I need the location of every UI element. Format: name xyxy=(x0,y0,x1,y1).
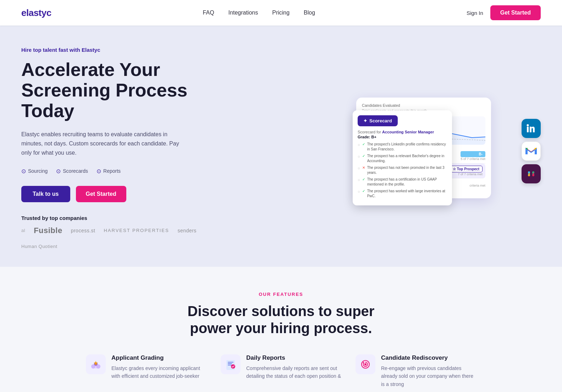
feature-desc-grading: Elastyc grades every incoming applicant … xyxy=(111,364,206,380)
check-mark-1: ✓ xyxy=(362,142,365,147)
svg-rect-18 xyxy=(228,363,232,364)
check-mark-4: ✓ xyxy=(362,177,365,182)
hero-right: Candidates Evaluated Total applicants an… xyxy=(356,98,541,198)
hero-buttons: Talk to us Get Started xyxy=(21,186,209,202)
applicant-grading-icon xyxy=(86,354,106,374)
scorecard-for-label: Scorecard for Accounting Senior Manager xyxy=(358,130,447,134)
nav-links: FAQ Integrations Pricing Blog xyxy=(203,10,315,16)
nav-integrations[interactable]: Integrations xyxy=(228,10,258,16)
feature-card-reports: Daily Reports Comprehensive daily report… xyxy=(221,354,341,388)
hero-title: Accelerate Your Screening Process Today xyxy=(21,59,209,121)
check-circle-icon-3: ⊙ xyxy=(97,168,101,175)
check-circle-icon: ⊙ xyxy=(21,168,26,175)
logo-fusible: Fusible xyxy=(34,226,62,235)
linkedin-icon xyxy=(522,119,541,138)
candidate-rediscovery-icon xyxy=(356,354,375,374)
navbar: elastyc FAQ Integrations Pricing Blog Si… xyxy=(0,0,562,26)
check-circle-icon-4: ○ xyxy=(358,177,360,183)
feature-card-rediscovery: Candidate Rediscovery Re-engage with pre… xyxy=(356,354,476,388)
sparkle-icon: ✦ xyxy=(363,118,367,123)
hero-description: Elastyc enables recruiting teams to eval… xyxy=(21,130,184,158)
daily-reports-icon xyxy=(221,354,241,374)
hero-tag-sourcing: ⊙ Sourcing xyxy=(21,168,48,175)
trusted-label: Trusted by top companies xyxy=(21,215,209,221)
svg-rect-0 xyxy=(527,127,529,132)
top-prospect-label: Top Prospect xyxy=(457,167,479,171)
grade-badge-angela: B- xyxy=(461,151,485,157)
get-started-nav-button[interactable]: Get Started xyxy=(490,5,541,20)
features-grid: Applicant Grading Elastyc grades every i… xyxy=(86,354,476,388)
logo-hq: Human Quotient xyxy=(21,244,57,249)
slack-icon xyxy=(522,164,541,183)
scorecard-prefix: Scorecard for xyxy=(358,130,381,134)
features-section: OUR FEATURES Discover solutions to super… xyxy=(0,267,562,392)
scorecard-item-2: ○ ✓ The prospect has a relevant Bachelor… xyxy=(358,154,447,164)
logo-process: process.st xyxy=(71,228,95,233)
features-eyebrow: OUR FEATURES xyxy=(21,292,541,297)
trusted-logos: al Fusible process.st HARVEST PROPERTIES… xyxy=(21,226,209,249)
scorecard-item-4: ○ ✓ The prospect has a certification in … xyxy=(358,177,447,187)
feature-title-grading: Applicant Grading xyxy=(111,354,206,361)
gmail-icon xyxy=(522,142,541,161)
logo-harvest: HARVEST PROPERTIES xyxy=(104,228,169,233)
grade-criteria-david: criteria met xyxy=(469,184,485,187)
get-started-hero-button[interactable]: Get Started xyxy=(76,186,126,202)
grade-criteria-angela: 5 of 7 criteria met xyxy=(461,157,485,161)
nav-faq[interactable]: FAQ xyxy=(203,10,214,16)
features-title: Discover solutions to super power your h… xyxy=(175,303,387,337)
scorecard-popup: ✦ Scorecard Scorecard for Accounting Sen… xyxy=(353,110,452,205)
hero-left: Hire top talent fast with Elastyc Accele… xyxy=(21,47,209,249)
hero-tags: ⊙ Sourcing ⊙ Scorecards ⊙ Reports xyxy=(21,168,209,175)
nav-blog[interactable]: Blog xyxy=(304,10,315,16)
grade-criteria-gavin: 7 of 7 criteria met xyxy=(450,172,483,176)
feature-card-grading: Applicant Grading Elastyc grades every i… xyxy=(86,354,206,388)
scorecard-item-5: ○ ✓ The prospect has worked with large i… xyxy=(358,189,447,199)
check-circle-icon-2: ○ xyxy=(358,154,360,159)
scorecard-item-5-text: The prospect has worked with large inven… xyxy=(367,189,447,199)
check-circle-icon-2: ⊙ xyxy=(56,168,61,175)
feature-content-grading: Applicant Grading Elastyc grades every i… xyxy=(111,354,206,380)
feature-desc-reports: Comprehensive daily reports are sent out… xyxy=(246,364,341,380)
check-mark-5: ✓ xyxy=(362,189,365,194)
logo-senders: senders xyxy=(178,228,197,233)
talk-to-us-button[interactable]: Talk to us xyxy=(21,186,70,202)
check-circle-icon-5: ○ xyxy=(358,189,360,194)
social-icons xyxy=(522,119,541,183)
svg-point-1 xyxy=(527,124,529,126)
tag-scorecards-label: Scorecards xyxy=(63,168,88,174)
tag-sourcing-label: Sourcing xyxy=(28,168,48,174)
sign-in-link[interactable]: Sign In xyxy=(467,10,483,16)
tag-reports-label: Reports xyxy=(103,168,121,174)
scorecard-item-4-text: The prospect has a certification in US G… xyxy=(367,177,447,187)
star-icon: ☆ xyxy=(453,167,456,171)
nav-pricing[interactable]: Pricing xyxy=(272,10,290,16)
hero-section: Hire top talent fast with Elastyc Accele… xyxy=(0,26,562,267)
top-prospect-badge: ☆ Top Prospect xyxy=(450,166,483,172)
logo-al: al xyxy=(21,228,25,233)
scorecard-button[interactable]: ✦ Scorecard xyxy=(358,115,398,126)
scorecard-grade: Grade: B+ xyxy=(358,135,447,139)
feature-content-reports: Daily Reports Comprehensive daily report… xyxy=(246,354,341,380)
scorecard-item-1: ○ ✓ The prospect's LinkedIn profile conf… xyxy=(358,142,447,152)
scorecard-item-3: ○ ✕ The prospect has not been promoted i… xyxy=(358,165,447,175)
check-mark-2: ✓ xyxy=(362,154,365,159)
scorecard-item-1-text: The prospect's LinkedIn profile confirms… xyxy=(367,142,447,152)
feature-title-rediscovery: Candidate Rediscovery xyxy=(381,354,476,361)
hero-tag-reports: ⊙ Reports xyxy=(97,168,121,175)
scorecard-btn-label: Scorecard xyxy=(369,118,392,123)
svg-rect-10 xyxy=(533,173,534,175)
nav-right: Sign In Get Started xyxy=(467,5,541,20)
svg-rect-17 xyxy=(228,362,233,363)
feature-title-reports: Daily Reports xyxy=(246,354,341,361)
check-circle-icon-3: ○ xyxy=(358,166,360,171)
logo[interactable]: elastyc xyxy=(21,7,51,18)
hero-tag-scorecards: ⊙ Scorecards xyxy=(56,168,88,175)
svg-rect-8 xyxy=(529,173,530,175)
feature-content-rediscovery: Candidate Rediscovery Re-engage with pre… xyxy=(381,354,476,388)
hero-eyebrow: Hire top talent fast with Elastyc xyxy=(21,47,209,53)
scorecard-item-3-text: The prospect has not been promoted in th… xyxy=(367,165,447,175)
cross-mark-3: ✕ xyxy=(362,165,365,170)
feature-desc-rediscovery: Re-engage with previous candidates alrea… xyxy=(381,364,476,388)
svg-point-23 xyxy=(364,363,367,365)
dashboard-header: Candidates Evaluated xyxy=(362,103,485,107)
